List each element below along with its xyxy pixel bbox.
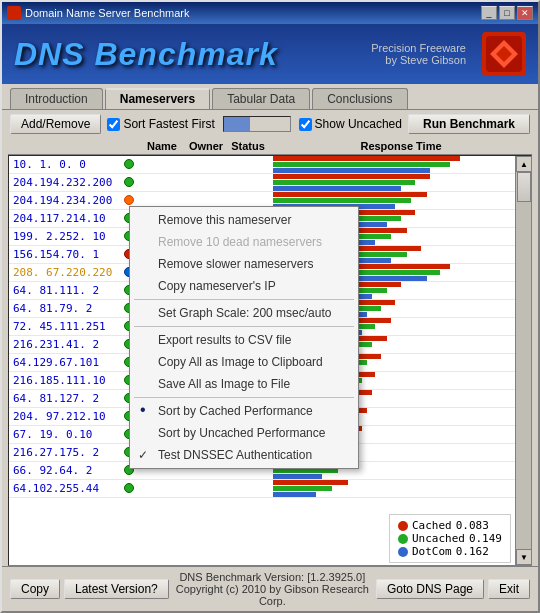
legend-uncached-dot [398, 534, 408, 544]
scroll-track [516, 172, 531, 549]
row-dot [119, 158, 139, 172]
copyright-text: Copyright (c) 2010 by Gibson Research Co… [169, 583, 376, 607]
minimize-button[interactable]: _ [481, 6, 497, 20]
row-ip: 64. 81.79. 2 [9, 302, 119, 315]
row-ip: 216.27.175. 2 [9, 446, 119, 459]
bar-cached [273, 156, 460, 161]
bar-cached [273, 174, 430, 179]
status-dot [124, 159, 134, 169]
row-bars [271, 479, 531, 498]
toolbar-left: Add/Remove Sort Fastest First [10, 114, 215, 134]
header-owner[interactable]: Owner [186, 140, 226, 152]
menu-item[interactable]: Remove this nameserver [130, 209, 358, 231]
menu-item[interactable]: Remove slower nameservers [130, 253, 358, 275]
row-ip: 208. 67.220.220 [9, 266, 119, 279]
sort-fastest-checkbox[interactable] [107, 118, 120, 131]
title-controls: _ □ ✕ [481, 6, 533, 20]
tab-tabular-data[interactable]: Tabular Data [212, 88, 310, 109]
show-uncached-label: Show Uncached [299, 117, 402, 131]
toolbar-right: Show Uncached Run Benchmark [299, 114, 530, 134]
bar-uncached [273, 486, 332, 491]
main-window: Domain Name Server Benchmark _ □ ✕ DNS B… [0, 0, 540, 613]
legend-cached: Cached 0.083 [398, 519, 502, 532]
scrollbar[interactable]: ▲ ▼ [515, 156, 531, 565]
menu-item[interactable]: Test DNSSEC Authentication [130, 444, 358, 466]
tabs-bar: Introduction Nameservers Tabular Data Co… [2, 84, 538, 110]
menu-item[interactable]: Save All as Image to File [130, 373, 358, 395]
menu-item[interactable]: Export results to CSV file [130, 329, 358, 351]
row-bars [271, 173, 531, 192]
progress-bar [223, 116, 291, 132]
table-row[interactable]: 64.102.255.44 [9, 480, 531, 498]
title-bar: Domain Name Server Benchmark _ □ ✕ [2, 2, 538, 24]
status-dot [124, 177, 134, 187]
sort-fastest-label: Sort Fastest First [107, 117, 214, 131]
menu-item: Remove 10 dead nameservers [130, 231, 358, 253]
legend-dotcom-label: DotCom [412, 545, 452, 558]
legend-dotcom-value: 0.162 [456, 545, 489, 558]
close-button[interactable]: ✕ [517, 6, 533, 20]
title-bar-left: Domain Name Server Benchmark [7, 6, 189, 20]
legend-dotcom-dot [398, 547, 408, 557]
maximize-button[interactable]: □ [499, 6, 515, 20]
menu-item[interactable]: Sort by Uncached Performance [130, 422, 358, 444]
goto-dns-button[interactable]: Goto DNS Page [376, 579, 484, 599]
main-content: 10. 1. 0. 0 204.194.232.200 204.194.234.… [8, 155, 532, 566]
row-ip: 204.117.214.10 [9, 212, 119, 225]
row-ip: 64. 81.127. 2 [9, 392, 119, 405]
footer: Copy Latest Version? DNS Benchmark Versi… [2, 566, 538, 611]
bar-cached [273, 192, 427, 197]
scroll-thumb[interactable] [517, 172, 531, 202]
latest-version-button[interactable]: Latest Version? [64, 579, 169, 599]
row-ip: 66. 92.64. 2 [9, 464, 119, 477]
menu-item[interactable]: Copy All as Image to Clipboard [130, 351, 358, 373]
legend-cached-label: Cached [412, 519, 452, 532]
header-right: Precision Freeware by Steve Gibson [371, 32, 526, 76]
row-ip: 216.185.111.10 [9, 374, 119, 387]
row-ip: 64. 81.111. 2 [9, 284, 119, 297]
row-ip: 216.231.41. 2 [9, 338, 119, 351]
legend-cached-dot [398, 521, 408, 531]
menu-item[interactable]: Sort by Cached Performance [130, 400, 358, 422]
tab-introduction[interactable]: Introduction [10, 88, 103, 109]
bar-cached [273, 480, 348, 485]
tab-conclusions[interactable]: Conclusions [312, 88, 407, 109]
scroll-down-button[interactable]: ▼ [516, 549, 532, 565]
footer-right-buttons: Goto DNS Page Exit [376, 579, 530, 599]
row-ip: 64.102.255.44 [9, 482, 119, 495]
menu-item[interactable]: Set Graph Scale: 200 msec/auto [130, 302, 358, 324]
row-ip: 64.129.67.101 [9, 356, 119, 369]
menu-separator [134, 326, 354, 327]
legend: Cached 0.083 Uncached 0.149 DotCom 0.162 [389, 514, 511, 563]
exit-button[interactable]: Exit [488, 579, 530, 599]
header-left: DNS Benchmark [14, 36, 278, 73]
legend-uncached: Uncached 0.149 [398, 532, 502, 545]
status-dot [124, 483, 134, 493]
legend-cached-value: 0.083 [456, 519, 489, 532]
run-benchmark-button[interactable]: Run Benchmark [408, 114, 530, 134]
copy-button[interactable]: Copy [10, 579, 60, 599]
row-ip: 204. 97.212.10 [9, 410, 119, 423]
table-row[interactable]: 10. 1. 0. 0 [9, 156, 531, 174]
row-bars [271, 155, 531, 174]
menu-item[interactable]: Copy nameserver's IP [130, 275, 358, 297]
menu-separator [134, 397, 354, 398]
menu-separator [134, 299, 354, 300]
row-ip: 199. 2.252. 10 [9, 230, 119, 243]
row-ip: 156.154.70. 1 [9, 248, 119, 261]
bar-uncached [273, 162, 450, 167]
header-name[interactable]: Name [138, 140, 186, 152]
show-uncached-checkbox[interactable] [299, 118, 312, 131]
tab-nameservers[interactable]: Nameservers [105, 88, 210, 109]
footer-left-buttons: Copy Latest Version? [10, 579, 169, 599]
header-response-time[interactable]: Response Time [270, 140, 532, 152]
header-status[interactable]: Status [226, 140, 270, 152]
subtitle: Precision Freeware by Steve Gibson [371, 42, 466, 66]
scroll-up-button[interactable]: ▲ [516, 156, 532, 172]
legend-uncached-value: 0.149 [469, 532, 502, 545]
row-ip: 72. 45.111.251 [9, 320, 119, 333]
table-row[interactable]: 204.194.232.200 [9, 174, 531, 192]
bar-dotcom [273, 492, 316, 497]
add-remove-button[interactable]: Add/Remove [10, 114, 101, 134]
app-icon [7, 6, 21, 20]
